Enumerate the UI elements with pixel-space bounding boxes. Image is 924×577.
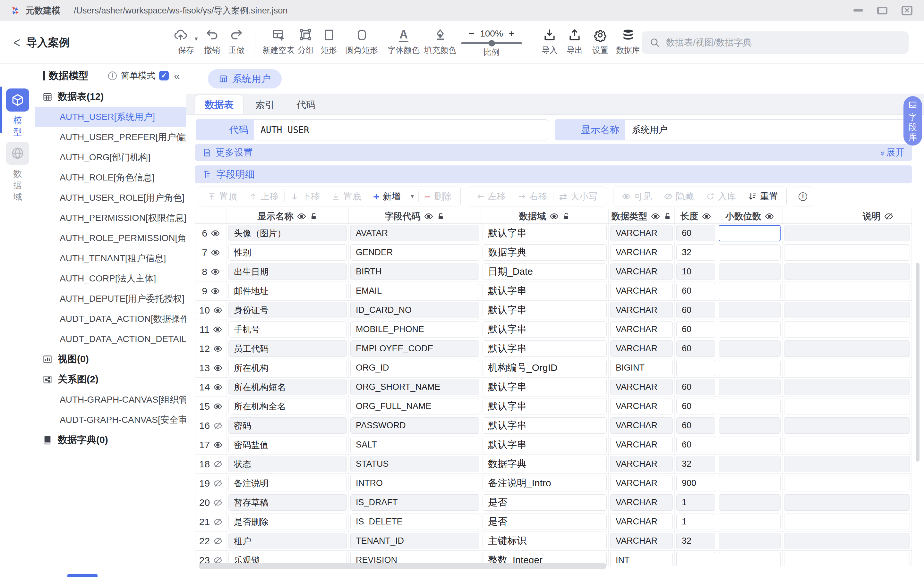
row-number-cell[interactable]: 22 [195, 532, 227, 550]
decimal-digits-cell[interactable] [719, 340, 780, 357]
data-domain-cell[interactable]: 默认字串 [483, 225, 607, 242]
row-number-cell[interactable]: 11 [195, 320, 227, 339]
group-button[interactable]: 分组 [298, 27, 314, 55]
tree-item[interactable]: AUDT_DATA_ACTION[数据操作审计] [35, 309, 186, 329]
display-name-cell[interactable]: 身份证号 [228, 302, 347, 318]
length-cell[interactable]: 1 [676, 514, 715, 530]
field-code-cell[interactable]: BIRTH [351, 263, 479, 280]
display-name-cell[interactable]: 租户 [228, 533, 347, 549]
row-number-cell[interactable]: 10 [195, 301, 227, 319]
store-button[interactable]: 入库 [700, 190, 742, 203]
display-name-cell[interactable]: 密码盐值 [228, 437, 347, 453]
rounded-rectangle-button[interactable]: 圆角矩形 [346, 27, 378, 55]
field-code-cell[interactable]: AVATAR [351, 225, 479, 242]
length-cell[interactable]: 900 [676, 475, 715, 492]
description-cell[interactable] [784, 283, 910, 299]
length-cell[interactable]: 60 [676, 321, 715, 338]
row-number-cell[interactable]: 8 [195, 262, 227, 281]
display-name-cell[interactable]: 状态 [228, 456, 347, 472]
data-type-cell[interactable]: VARCHAR [610, 302, 673, 318]
row-number-cell[interactable]: 17 [195, 435, 227, 454]
data-domain-cell[interactable]: 默认字串 [483, 417, 607, 434]
length-cell[interactable] [676, 552, 715, 566]
data-type-cell[interactable]: INT [610, 552, 673, 566]
expand-button[interactable]: » 展开 [881, 146, 905, 159]
row-number-cell[interactable]: 7 [195, 243, 227, 262]
decimal-digits-cell[interactable] [719, 283, 780, 299]
data-type-cell[interactable]: VARCHAR [610, 475, 673, 492]
data-type-cell[interactable]: VARCHAR [610, 514, 673, 530]
data-type-cell[interactable]: VARCHAR [610, 244, 673, 261]
decimal-digits-cell[interactable] [719, 359, 780, 376]
description-cell[interactable] [784, 437, 910, 453]
description-cell[interactable] [784, 552, 910, 566]
length-cell[interactable] [676, 359, 715, 376]
description-cell[interactable] [784, 379, 910, 395]
save-dropdown-caret-icon[interactable]: ▼ [194, 36, 199, 42]
data-domain-cell[interactable]: 默认字串 [483, 437, 607, 453]
undo-button[interactable]: 撤销 [204, 27, 220, 55]
display-name-input[interactable] [625, 119, 905, 140]
description-cell[interactable] [784, 263, 910, 280]
tree-item[interactable]: AUTH_TENANT[租户信息] [35, 248, 186, 268]
row-number-cell[interactable]: 12 [195, 339, 227, 358]
horizontal-scrollbar[interactable] [199, 563, 606, 569]
description-cell[interactable] [784, 533, 910, 549]
rail-model-button[interactable] [6, 89, 29, 111]
decimal-digits-cell[interactable] [719, 475, 780, 492]
length-cell[interactable]: 60 [676, 302, 715, 318]
set-hidden-button[interactable]: 隐藏 [658, 190, 700, 203]
tree-item[interactable]: AUTH_USER_PREFER[用户偏好记录] [35, 127, 186, 147]
field-code-cell[interactable]: IS_DELETE [351, 514, 479, 530]
display-name-cell[interactable]: 员工代码 [228, 340, 347, 357]
length-cell[interactable]: 60 [676, 398, 715, 414]
data-domain-cell[interactable]: 默认字串 [483, 302, 607, 318]
decimal-digits-cell[interactable] [719, 225, 780, 242]
display-name-cell[interactable]: 暂存草稿 [228, 494, 347, 511]
rail-domain-label[interactable]: 数据域 [0, 168, 35, 203]
decimal-digits-cell[interactable] [719, 494, 780, 511]
description-cell[interactable] [784, 321, 910, 338]
length-cell[interactable]: 32 [676, 533, 715, 549]
data-type-cell[interactable]: VARCHAR [610, 417, 673, 434]
data-type-cell[interactable]: VARCHAR [610, 225, 673, 242]
tree-item[interactable]: AUTH_USER[系统用户] [35, 107, 186, 127]
column-header[interactable]: 说明 [782, 209, 912, 223]
decimal-digits-cell[interactable] [719, 398, 780, 414]
search-input[interactable] [666, 37, 901, 48]
code-input[interactable] [254, 119, 548, 140]
decimal-digits-cell[interactable] [719, 321, 780, 338]
zoom-slider-thumb[interactable] [489, 40, 495, 47]
decimal-digits-cell[interactable] [719, 244, 780, 261]
display-name-cell[interactable]: 密码 [228, 417, 347, 434]
data-type-cell[interactable]: VARCHAR [610, 283, 673, 299]
pin-bottom-button[interactable]: 置底 [326, 190, 367, 203]
row-number-cell[interactable]: 16 [195, 416, 227, 435]
export-button[interactable]: 导出 [567, 27, 583, 55]
redo-button[interactable]: 重做 [228, 27, 244, 55]
field-code-cell[interactable]: INTRO [351, 475, 479, 492]
field-code-cell[interactable]: EMAIL [351, 283, 479, 299]
toggle-case-button[interactable]: ⇄ 大小写 [553, 190, 603, 203]
tab-index[interactable]: 索引 [246, 95, 284, 114]
data-type-cell[interactable]: VARCHAR [610, 379, 673, 395]
move-left-button[interactable]: 左移 [471, 190, 512, 203]
data-domain-cell[interactable]: 数据字典 [483, 456, 607, 472]
pin-top-button[interactable]: 置顶 [202, 190, 243, 203]
column-header[interactable]: 数据域 [481, 209, 609, 223]
decimal-digits-cell[interactable] [719, 302, 780, 318]
row-number-cell[interactable]: 6 [195, 224, 227, 243]
data-domain-cell[interactable]: 机构编号_OrgID [483, 359, 607, 376]
length-cell[interactable]: 60 [676, 340, 715, 357]
data-domain-cell[interactable]: 日期_Date [483, 263, 607, 280]
field-code-cell[interactable]: STATUS [351, 456, 479, 472]
decimal-digits-cell[interactable] [719, 263, 780, 280]
row-number-cell[interactable]: 21 [195, 512, 227, 531]
maximize-button[interactable] [877, 7, 887, 15]
display-name-cell[interactable]: 所在机构全名 [228, 398, 347, 414]
data-domain-cell[interactable]: 备注说明_Intro [483, 475, 607, 492]
data-type-cell[interactable]: VARCHAR [610, 398, 673, 414]
display-name-cell[interactable]: 是否删除 [228, 514, 347, 530]
length-cell[interactable]: 1 [676, 494, 715, 511]
description-cell[interactable] [784, 514, 910, 530]
